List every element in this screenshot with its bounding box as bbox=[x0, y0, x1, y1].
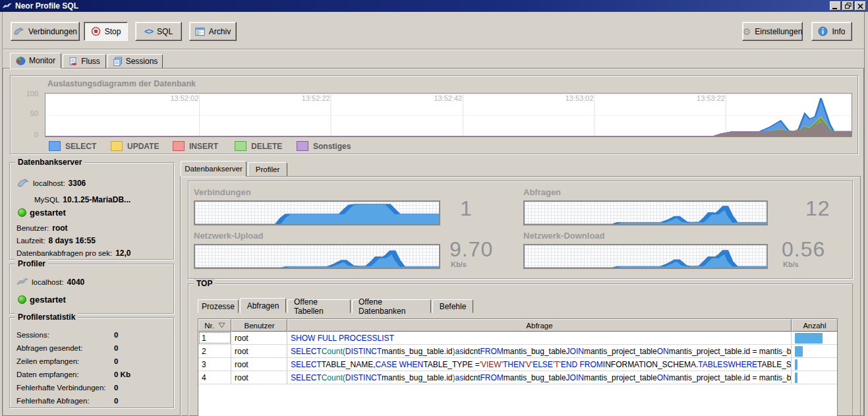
cell-count[interactable] bbox=[792, 371, 837, 384]
archive-button[interactable]: Archiv bbox=[189, 22, 237, 41]
cell-count[interactable] bbox=[792, 345, 837, 357]
time-tick-label: 13:52:42 bbox=[434, 94, 462, 102]
tab-monitor[interactable]: Monitor bbox=[10, 53, 61, 69]
settings-button[interactable]: ⚙ Einstellungen bbox=[742, 22, 803, 41]
db-user-label: Benutzer: bbox=[16, 224, 49, 232]
cell-count[interactable] bbox=[792, 332, 837, 344]
minimize-button[interactable] bbox=[830, 1, 841, 11]
legend-item-update: UPDATE bbox=[111, 141, 173, 151]
server-tab-content: Verbindungen 1 Abfragen 12 Netzwerk-Uplo… bbox=[180, 176, 861, 416]
stat-row-rows-received: Zeilen empfangen: 0 bbox=[16, 357, 169, 365]
stat-row-sessions: Sessions: 0 bbox=[16, 331, 169, 339]
stop-button-label: Stop bbox=[105, 27, 121, 36]
sessions-pages-icon bbox=[113, 57, 123, 67]
cell-query[interactable]: SELECT Count( DISTINCT mantis_bug_table.… bbox=[287, 345, 792, 357]
gauge-download-unit: Kb/s bbox=[783, 260, 799, 268]
app-icon bbox=[2, 2, 13, 11]
tab-datenbankserver-label: Datenbankserver bbox=[185, 165, 243, 173]
legend-item-delete: DELETE bbox=[235, 141, 297, 151]
profiler-panel-title: Profiler bbox=[15, 259, 48, 268]
connections-button[interactable]: Verbindungen bbox=[11, 22, 80, 41]
table-row[interactable]: 3 root SELECT TABLE_NAME, CASE WHEN TABL… bbox=[198, 358, 837, 371]
gauge-connections-label: Verbindungen bbox=[194, 187, 251, 197]
column-header-abfrage-label: Abfrage bbox=[526, 322, 552, 330]
monitor-tab-content: Auslastungsdiagramm der Datenbank 100 50… bbox=[3, 68, 864, 416]
column-header-anzahl[interactable]: Anzahl bbox=[792, 319, 837, 332]
gauges-panel: Verbindungen 1 Abfragen 12 Netzwerk-Uplo… bbox=[188, 181, 853, 279]
tab-datenbankserver[interactable]: Datenbankserver bbox=[181, 161, 246, 177]
cell-count[interactable] bbox=[792, 358, 837, 371]
sql-button[interactable]: <> SQL bbox=[135, 22, 182, 41]
profiler-panel: Profiler localhost: 4040 gestartet bbox=[9, 264, 174, 314]
cell-nr[interactable]: 2 bbox=[198, 345, 231, 357]
stat-value: 0 Kb bbox=[114, 371, 130, 378]
tab-sessions[interactable]: Sessions bbox=[107, 54, 163, 69]
top-tab-befehle[interactable]: Befehle bbox=[432, 299, 473, 313]
top-tab-prozesse[interactable]: Prozesse bbox=[198, 299, 239, 313]
profiler-status-icon bbox=[18, 295, 26, 304]
restore-button[interactable] bbox=[842, 1, 854, 11]
profiler-host-value: 4040 bbox=[67, 278, 85, 287]
title-bar: Neor Profile SQL bbox=[0, 0, 868, 12]
top-panel-title: TOP bbox=[194, 279, 215, 288]
gauge-upload-spark bbox=[194, 244, 440, 269]
stat-value: 0 bbox=[114, 331, 118, 339]
db-status-text: gestartet bbox=[30, 208, 66, 218]
cell-nr[interactable]: 4 bbox=[198, 371, 231, 384]
legend-swatch-select bbox=[49, 141, 61, 151]
stat-value: 0 bbox=[114, 397, 118, 405]
gauge-queries-spark bbox=[523, 200, 768, 225]
cell-user[interactable]: root bbox=[231, 345, 287, 357]
db-host-label: localhost: bbox=[33, 179, 65, 187]
cell-query[interactable]: SELECT Count( DISTINCT mantis_bug_table.… bbox=[287, 371, 792, 384]
table-row[interactable]: 2 root SELECT Count( DISTINCT mantis_bug… bbox=[198, 345, 837, 358]
cell-query[interactable]: SELECT TABLE_NAME, CASE WHEN TABLE_TYPE … bbox=[287, 358, 792, 371]
y-tick-0: 0 bbox=[16, 131, 38, 138]
info-icon bbox=[818, 26, 828, 36]
top-tab-offene-datenbanken[interactable]: Offene Datenbanken bbox=[352, 299, 431, 313]
tab-profiler-label: Profiler bbox=[256, 165, 279, 173]
legend-swatch-update bbox=[111, 141, 123, 151]
info-button[interactable]: Info bbox=[811, 22, 852, 41]
cell-nr[interactable]: 3 bbox=[198, 358, 231, 371]
tab-monitor-label: Monitor bbox=[29, 56, 55, 65]
top-tab-offene-tabellen[interactable]: Offene Tabellen bbox=[287, 299, 351, 313]
cell-user[interactable]: root bbox=[231, 358, 287, 371]
database-server-panel: Datenbankserver localhost: 3306 MySQL 10… bbox=[9, 162, 174, 260]
gauge-upload-value: 9.70 bbox=[449, 237, 493, 262]
tab-profiler[interactable]: Profiler bbox=[248, 162, 287, 177]
column-header-benutzer[interactable]: Benutzer bbox=[231, 319, 287, 332]
cell-user[interactable]: root bbox=[231, 332, 287, 344]
queries-table: Nr. Benutzer Abfrage Anzahl bbox=[198, 318, 838, 416]
db-uptime-value: 8 days 16:55 bbox=[48, 236, 95, 245]
archive-table-icon bbox=[195, 27, 205, 36]
stop-button[interactable]: Stop bbox=[84, 22, 128, 41]
db-status-icon bbox=[18, 208, 26, 217]
legend-swatch-sonstiges bbox=[297, 141, 308, 151]
close-button[interactable] bbox=[855, 1, 866, 11]
info-button-label: Info bbox=[832, 27, 845, 36]
top-panel: TOP Prozesse Abfragen Offene Tabellen Of… bbox=[188, 283, 853, 416]
tab-sessions-label: Sessions bbox=[126, 57, 158, 66]
column-header-nr[interactable]: Nr. bbox=[198, 319, 231, 332]
cell-nr[interactable]: 1 bbox=[198, 332, 231, 344]
cell-user[interactable]: root bbox=[231, 371, 287, 384]
db-qps-value: 12,0 bbox=[115, 249, 130, 258]
top-tab-offene-tabellen-label: Offene Tabellen bbox=[294, 297, 344, 316]
tab-fluss-label: Fluss bbox=[81, 57, 100, 66]
legend-label-sonstiges: Sonstiges bbox=[313, 142, 351, 151]
cell-query[interactable]: SHOW FULL PROCESSLIST bbox=[287, 332, 792, 344]
column-header-abfrage[interactable]: Abfrage bbox=[287, 319, 792, 332]
tab-fluss[interactable]: Fluss bbox=[63, 54, 106, 69]
database-server-panel-title: Datenbankserver bbox=[15, 158, 84, 167]
table-row[interactable]: 4 root SELECT Count( DISTINCT mantis_bug… bbox=[198, 371, 837, 384]
toolbar-separator bbox=[3, 49, 864, 50]
settings-button-label: Einstellungen bbox=[755, 27, 802, 36]
legend-label-select: SELECT bbox=[65, 142, 96, 151]
top-tab-abfragen[interactable]: Abfragen bbox=[240, 298, 286, 313]
stat-row-failed-connections: Fehlerhafte Verbindungen: 0 bbox=[16, 384, 169, 392]
db-engine-value: 10.1.25-MariaDB... bbox=[63, 195, 130, 204]
table-row[interactable]: 1 root SHOW FULL PROCESSLIST bbox=[198, 332, 837, 345]
gauge-upload-label: Netzwerk-Upload bbox=[194, 231, 263, 241]
gauge-connections-value: 1 bbox=[460, 196, 473, 221]
